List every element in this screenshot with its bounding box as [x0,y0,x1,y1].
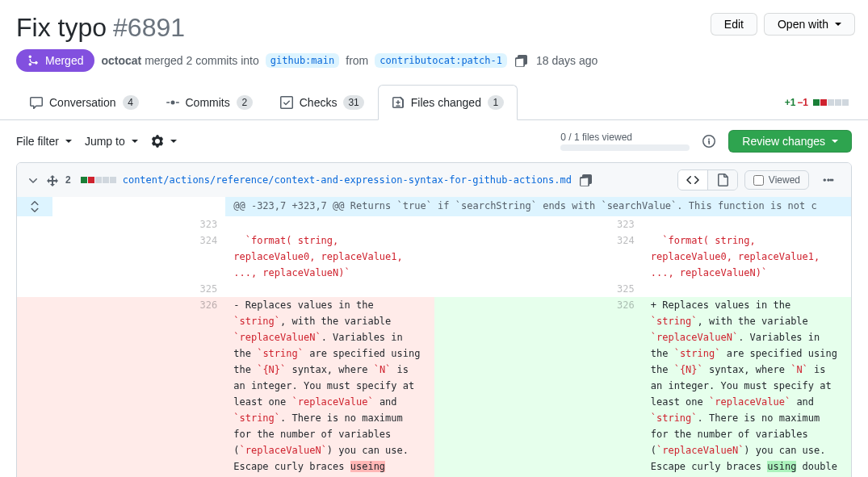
diff-row-changed: 326 - Replaces values in the `string`, w… [17,297,851,477]
code-cell-right [643,216,851,232]
tab-commits[interactable]: Commits 2 [153,85,266,119]
line-number-left[interactable]: 324 [17,232,225,281]
commit-icon [166,96,179,109]
code-cell-added: + Replaces values in the `string`, with … [643,297,851,477]
files-viewed-text: 0 / 1 files viewed [560,132,632,143]
open-with-label: Open with [778,18,828,31]
conversation-count: 4 [123,95,139,110]
chevron-down-icon[interactable] [27,174,40,186]
commits-count: 2 [237,95,253,110]
code-cell-left [225,216,434,232]
info-icon[interactable] [702,135,715,148]
review-changes-label: Review changes [742,135,825,148]
deleted-word: useing [350,461,385,472]
gear-icon [151,135,164,148]
tab-checks[interactable]: Checks 31 [266,85,378,119]
diff-row: 323 323 [17,216,851,232]
jump-to-label: Jump to [85,135,125,148]
line-number-left[interactable]: 323 [17,216,225,232]
base-branch[interactable]: github:main [266,53,339,68]
line-number-right[interactable]: 324 [434,232,643,281]
merge-icon [27,54,40,67]
code-cell-right: `format( string, replaceValue0, replaceV… [643,232,851,281]
diffblock-neutral [110,177,116,183]
jump-to-dropdown[interactable]: Jump to [85,135,138,148]
deletions-count: −1 [797,97,808,108]
edit-button[interactable]: Edit [711,13,757,36]
tab-files-label: Files changed [411,96,481,109]
merged-text: merged 2 commits into [145,54,259,67]
line-number-right[interactable]: 323 [434,216,643,232]
review-changes-button[interactable]: Review changes [728,130,852,153]
drag-handle-icon[interactable] [46,174,59,186]
tab-conversation[interactable]: Conversation 4 [16,85,153,119]
added-word: using [767,461,796,472]
code-cell-left: `format( string, replaceValue0, replaceV… [225,232,434,281]
diffblock-neutral [103,177,109,183]
comment-icon [30,96,43,109]
file-changes-count: 2 [65,174,71,186]
diffblock-add [81,177,87,183]
line-number-left[interactable]: 325 [17,281,225,297]
caret-down-icon [835,23,841,26]
line-number-left[interactable]: 326 [17,297,225,477]
copy-path-icon[interactable] [578,172,594,188]
diffblock-neutral [95,177,102,183]
tab-files-changed[interactable]: Files changed 1 [378,85,518,120]
merge-state-badge: Merged [16,49,94,72]
tab-commits-label: Commits [186,96,230,109]
diff-row: 324 `format( string, replaceValue0, repl… [17,232,851,281]
source-view-button[interactable] [678,170,707,190]
file-filter-label: File filter [16,135,59,148]
author-link[interactable]: octocat [101,54,141,67]
files-count: 1 [488,95,504,110]
file-filter-dropdown[interactable]: File filter [16,135,72,148]
diffblock-neutral [835,99,841,106]
viewed-checkbox-input[interactable] [753,175,764,186]
diffblock-neutral [828,99,834,106]
rendered-view-button[interactable] [707,170,737,190]
caret-down-icon [132,140,138,143]
state-label: Merged [45,54,83,67]
diff-settings-dropdown[interactable] [151,135,177,148]
svg-point-0 [824,179,826,182]
expand-hunk-icon[interactable] [17,197,52,216]
diffstat-summary: +1 −1 [785,97,852,108]
file-name-link[interactable]: content/actions/reference/context-and-ex… [123,174,572,186]
diffblock-neutral [842,99,849,106]
pr-number: #6891 [113,13,185,43]
additions-count: +1 [785,97,796,108]
line-number-right[interactable]: 326 [434,297,643,477]
code-cell-deleted: - Replaces values in the `string`, with … [225,297,434,477]
diff-row: 325 325 [17,281,851,297]
viewed-checkbox[interactable]: Viewed [744,170,809,190]
diffblock-del [820,99,827,106]
svg-point-1 [828,179,830,182]
diffblock-del [88,177,94,183]
head-branch[interactable]: contributocat:patch-1 [375,53,507,68]
tab-conversation-label: Conversation [49,96,116,109]
file-more-options[interactable] [816,170,841,190]
files-viewed-progress [560,144,690,151]
time-ago: 18 days ago [536,54,598,67]
files-viewed-indicator: 0 / 1 files viewed [560,132,690,151]
diff-view-toggle [677,169,738,190]
copy-branch-icon[interactable] [514,52,530,69]
tab-checks-label: Checks [300,96,338,109]
line-number-right[interactable]: 325 [434,281,643,297]
code-cell-left [225,281,434,297]
svg-point-2 [832,179,834,182]
diffblock-add [813,99,820,106]
file-diff-icon [392,96,405,109]
caret-down-icon [65,140,72,143]
open-with-button[interactable]: Open with [764,13,855,36]
diff-table: @@ -323,7 +323,7 @@ Returns `true` if `s… [17,197,851,477]
hunk-header-row: @@ -323,7 +323,7 @@ Returns `true` if `s… [17,197,851,216]
merge-meta: octocat merged 2 commits into [101,54,258,67]
viewed-label: Viewed [769,174,800,186]
hunk-header-text: @@ -323,7 +323,7 @@ Returns `true` if `s… [225,197,851,216]
from-text: from [346,54,368,67]
caret-down-icon [832,140,838,143]
code-cell-right [643,281,851,297]
pr-title: Fix typo [16,13,107,43]
